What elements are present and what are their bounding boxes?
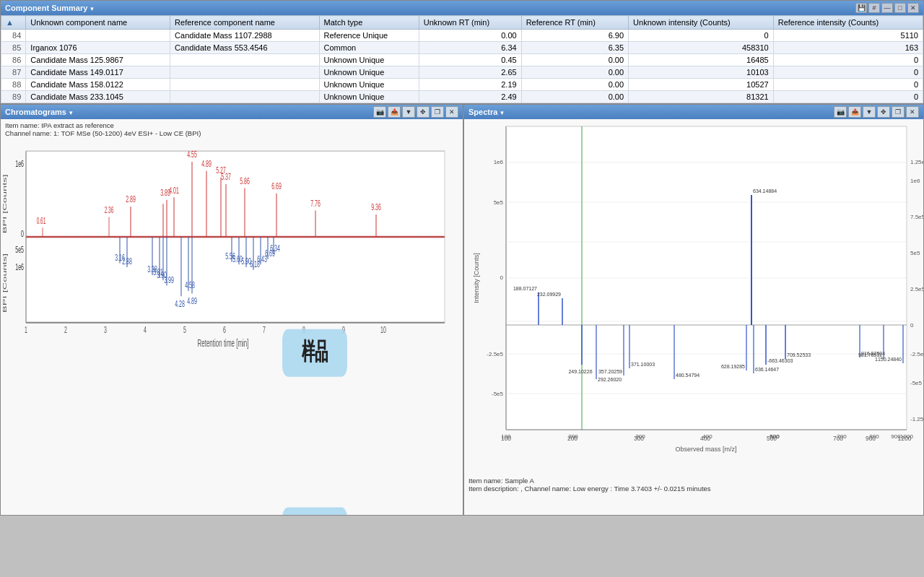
svg-text:4.89: 4.89 (201, 159, 212, 169)
unknown-name: Irganox 1076 (26, 42, 170, 54)
chrom-camera-btn[interactable]: 📷 (373, 106, 386, 118)
svg-text:292.26020: 292.26020 (598, 377, 622, 382)
chromatograms-titlebar: Chromatograms 📷 📤 ▼ ✥ ❐ ✕ (1, 105, 463, 119)
svg-text:4.55: 4.55 (187, 149, 197, 160)
col-ref-intensity[interactable]: Reference intensity (Counts) (773, 16, 923, 30)
table-row[interactable]: 89 Candidate Mass 233.1045 Unknown Uniqu… (1, 91, 923, 103)
col-unknown-rt[interactable]: Unknown RT (min) (419, 16, 521, 30)
table-row[interactable]: 84 Candidate Mass 1107.2988 Reference Un… (1, 30, 923, 42)
col-ref-name[interactable]: Reference component name (170, 16, 319, 30)
unknown-rt: 0.00 (419, 30, 521, 42)
spectra-restore-btn[interactable]: ❐ (892, 106, 905, 118)
ref-intensity: 0 (773, 66, 923, 79)
svg-text:357.20259: 357.20259 (598, 369, 622, 374)
svg-text:-2.5e5: -2.5e5 (910, 351, 923, 357)
svg-text:3.38: 3.38 (147, 264, 157, 274)
spectra-close-btn[interactable]: ✕ (906, 106, 919, 118)
svg-text:900: 900 (866, 435, 876, 442)
svg-text:Retention time [min]: Retention time [min] (197, 337, 248, 348)
spectra-item-desc: Item description: , Channel name: Low en… (468, 485, 919, 493)
row-num: 86 (1, 54, 26, 66)
spectra-chart-area: Intensity [Counts] 0 5e5 1e6 -2.5e5 -5e5 (464, 119, 923, 515)
minimize-btn[interactable]: — (881, 3, 893, 13)
svg-text:0: 0 (21, 229, 24, 239)
svg-text:188.07127: 188.07127 (513, 286, 537, 291)
unknown-name (26, 30, 170, 42)
svg-text:5e5: 5e5 (910, 250, 920, 256)
row-num: 89 (1, 91, 26, 103)
col-ref-rt[interactable]: Reference RT (min) (521, 16, 628, 30)
unknown-name: Candidate Mass 233.1045 (26, 91, 170, 103)
unknown-rt: 2.65 (419, 66, 521, 79)
svg-text:2.89: 2.89 (126, 194, 136, 204)
ref-info: Item name: IPA extract as reference Chan… (1, 119, 463, 138)
svg-text:1e6: 1e6 (15, 159, 24, 169)
chrom-move-btn[interactable]: ✥ (417, 106, 430, 118)
save-btn[interactable]: 💾 (855, 3, 867, 13)
row-num: 87 (1, 66, 26, 79)
table-row[interactable]: 88 Candidate Mass 158.0122 Unknown Uniqu… (1, 79, 923, 91)
svg-text:300: 300 (634, 435, 644, 442)
svg-text:2: 2 (64, 325, 67, 335)
match-type: Unknown Unique (319, 79, 419, 91)
col-match-type[interactable]: Match type (319, 16, 419, 30)
ref-name (170, 79, 319, 91)
table-row[interactable]: 85 Irganox 1076 Candidate Mass 553.4546 … (1, 42, 923, 54)
ref-intensity: 0 (773, 79, 923, 91)
hash-btn[interactable]: # (868, 3, 880, 13)
svg-text:3: 3 (104, 325, 107, 335)
spectra-move-btn[interactable]: ✥ (877, 106, 890, 118)
svg-text:5e5: 5e5 (494, 199, 504, 206)
svg-rect-81 (282, 507, 347, 515)
svg-text:1150.24840: 1150.24840 (875, 357, 902, 362)
spectra-title-left: Spectra (468, 108, 505, 116)
svg-text:700: 700 (833, 435, 843, 442)
chrom-restore-btn[interactable]: ❐ (431, 106, 444, 118)
chrom-close-btn[interactable]: ✕ (445, 106, 458, 118)
table-row[interactable]: 87 Candidate Mass 149.0117 Unknown Uniqu… (1, 66, 923, 79)
svg-text:-5e5: -5e5 (910, 380, 923, 386)
spectra-camera-btn[interactable]: 📷 (834, 106, 847, 118)
table-container[interactable]: ▲ Unknown component name Reference compo… (1, 15, 923, 103)
svg-text:2.36: 2.36 (105, 205, 114, 215)
chrom-export-btn[interactable]: 📤 (388, 106, 401, 118)
svg-text:7: 7 (263, 325, 266, 335)
svg-text:5: 5 (183, 325, 186, 335)
svg-text:480.54794: 480.54794 (676, 373, 699, 378)
ref-rt: 0.00 (521, 66, 628, 79)
svg-text:1200: 1200 (898, 435, 912, 442)
maximize-btn[interactable]: □ (894, 3, 906, 13)
match-type: Reference Unique (319, 30, 419, 42)
svg-text:0: 0 (500, 274, 504, 281)
svg-text:5.56: 5.56 (225, 251, 235, 261)
svg-text:4.28: 4.28 (175, 299, 185, 309)
svg-text:-2.5e5: -2.5e5 (487, 351, 503, 357)
unknown-intensity: 10527 (629, 79, 774, 91)
close-btn[interactable]: ✕ (907, 3, 919, 13)
unknown-rt: 0.45 (419, 54, 521, 66)
svg-text:5.37: 5.37 (221, 172, 231, 182)
bottom-panels: Chromatograms 📷 📤 ▼ ✥ ❐ ✕ Item name: IPA… (0, 104, 924, 516)
col-unknown-intensity[interactable]: Unknown intensity (Counts) (629, 16, 774, 30)
panel-controls: 💾 # — □ ✕ (855, 3, 919, 13)
chrom-title-left: Chromatograms (5, 108, 74, 116)
unknown-intensity: 81321 (629, 91, 774, 103)
spectra-export-btn[interactable]: 📤 (848, 106, 861, 118)
svg-text:6.69: 6.69 (271, 181, 282, 191)
unknown-intensity: 10103 (629, 66, 774, 79)
row-num: 85 (1, 42, 26, 54)
svg-text:5.86: 5.86 (240, 176, 250, 186)
col-unknown-name[interactable]: Unknown component name (26, 16, 170, 30)
svg-text:3.16: 3.16 (115, 253, 125, 263)
table-row[interactable]: 86 Candidate Mass 125.9867 Unknown Uniqu… (1, 54, 923, 66)
col-sort-indicator[interactable]: ▲ (1, 16, 26, 30)
match-type: Common (319, 42, 419, 54)
svg-text:5e5: 5e5 (15, 245, 24, 255)
component-summary-title: Component Summary (5, 4, 95, 12)
component-summary-panel: Component Summary 💾 # — □ ✕ ▲ Unknown co… (0, 0, 924, 104)
ref-intensity: 163 (773, 42, 923, 54)
row-num: 88 (1, 79, 26, 91)
chrom-dropdown-btn[interactable]: ▼ (402, 106, 415, 118)
spectra-item-info: Item name: Sample A Item description: , … (464, 474, 923, 493)
spectra-dropdown-btn[interactable]: ▼ (863, 106, 876, 118)
